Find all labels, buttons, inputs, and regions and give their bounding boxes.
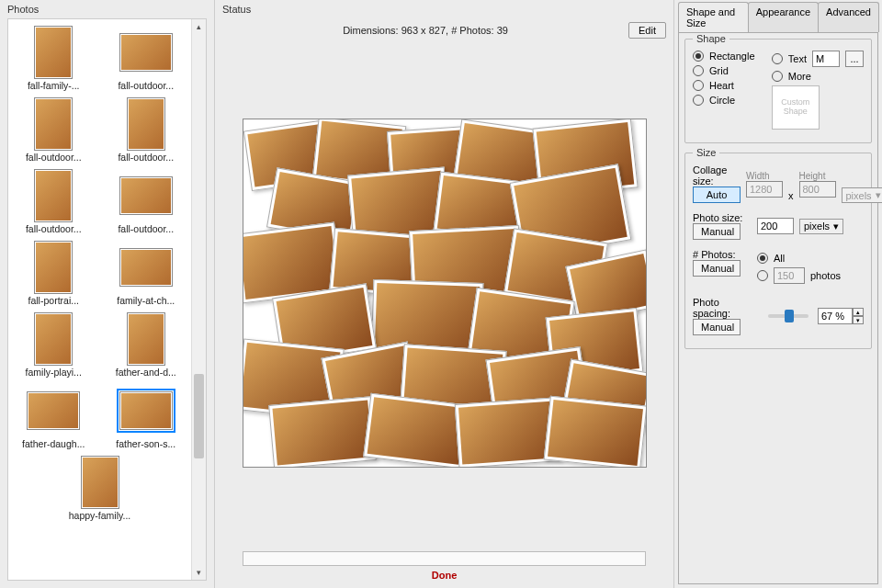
photos-panel: Photos fall-family-...fall-outdoor...fal…	[0, 0, 215, 588]
thumb-caption: father-daugh...	[17, 438, 89, 449]
thumb-image	[119, 96, 174, 152]
radio-grid[interactable]	[693, 65, 704, 76]
photo-count-row: # Photos: Manual All photos	[693, 249, 864, 288]
photo-size-input[interactable]	[757, 218, 794, 234]
photo-spacing-value[interactable]	[818, 308, 853, 324]
scroll-track[interactable]	[192, 34, 206, 565]
thumb-caption: fall-outdoor...	[110, 80, 182, 91]
radio-text[interactable]	[772, 53, 783, 64]
thumb-caption: father-and-d...	[110, 367, 182, 378]
radio-more[interactable]	[772, 71, 783, 82]
shape-circle-row[interactable]: Circle	[693, 95, 763, 106]
thumb-image	[119, 311, 174, 367]
collage-tile[interactable]	[363, 393, 469, 468]
shape-text-input[interactable]	[812, 51, 840, 67]
tab-appearance[interactable]: Appearance	[748, 2, 819, 32]
photo-thumb[interactable]: fall-outdoor...	[17, 168, 89, 234]
photo-count-label: # Photos:	[693, 249, 752, 260]
thumb-image	[119, 25, 174, 80]
photo-spacing-spinner[interactable]: ▴▾	[818, 308, 864, 324]
photo-thumb[interactable]: fall-outdoor...	[110, 96, 182, 163]
collage-tile[interactable]	[268, 396, 377, 468]
collage-size-label: Collage size:	[693, 164, 741, 187]
edit-button[interactable]: Edit	[628, 22, 666, 39]
photo-thumb[interactable]: father-and-d...	[110, 311, 182, 378]
photo-thumb[interactable]: father-daugh...	[17, 383, 89, 449]
thumb-image	[26, 383, 81, 438]
scroll-thumb[interactable]	[194, 374, 204, 458]
dimensions-readout: Dimensions: 963 x 827, # Photos: 39	[222, 25, 628, 36]
photo-spacing-slider[interactable]	[768, 314, 808, 318]
spin-down-icon[interactable]: ▾	[853, 316, 864, 324]
scroll-up-icon[interactable]: ▴	[192, 19, 206, 34]
radio-rectangle[interactable]	[693, 51, 704, 62]
progress-row: Done	[215, 544, 673, 588]
photo-thumb[interactable]: happy-family...	[64, 455, 136, 521]
shape-text-row[interactable]: Text ...	[772, 51, 864, 67]
shape-text-browse-button[interactable]: ...	[845, 51, 864, 67]
photo-thumb[interactable]: fall-outdoor...	[110, 168, 182, 234]
photos-scrollbar[interactable]: ▴ ▾	[191, 19, 206, 580]
shape-legend: Shape	[693, 33, 729, 44]
photo-thumb[interactable]: fall-outdoor...	[110, 25, 182, 91]
photo-size-row: Photo size: Manual pixels▾	[693, 212, 864, 240]
photo-count-mode-button[interactable]: Manual	[693, 260, 741, 277]
photo-thumb[interactable]: family-at-ch...	[110, 240, 182, 306]
collage-size-mode-button[interactable]: Auto	[693, 187, 741, 203]
photo-thumb[interactable]: fall-family-...	[17, 25, 89, 91]
label-circle: Circle	[709, 95, 735, 106]
collage-canvas-area	[215, 42, 673, 544]
photo-size-mode-button[interactable]: Manual	[693, 223, 741, 240]
thumb-image	[26, 240, 81, 295]
status-bar: Dimensions: 963 x 827, # Photos: 39 Edit	[215, 18, 673, 42]
label-heart: Heart	[709, 80, 734, 91]
thumb-image	[26, 96, 81, 152]
radio-circle[interactable]	[693, 95, 704, 106]
photo-thumb[interactable]: family-playi...	[17, 311, 89, 378]
spin-up-icon[interactable]: ▴	[853, 308, 864, 316]
thumb-caption: fall-family-...	[17, 80, 89, 91]
collage-preview[interactable]	[243, 119, 647, 468]
shape-more-row[interactable]: More	[772, 71, 864, 82]
tab-advanced[interactable]: Advanced	[818, 2, 879, 32]
width-label: Width	[746, 171, 783, 181]
shape-heart-row[interactable]: Heart	[693, 80, 763, 91]
count-number-row[interactable]: photos	[757, 267, 841, 284]
shape-grid-row[interactable]: Grid	[693, 65, 763, 76]
photo-spacing-mode-button[interactable]: Manual	[693, 319, 741, 335]
collage-size-row: Collage size: Auto Width x Height pixels…	[693, 164, 864, 203]
photo-thumb[interactable]: fall-outdoor...	[17, 96, 89, 163]
count-all-row[interactable]: All	[757, 253, 841, 264]
photo-spacing-row: Photo spacing: Manual ▴▾	[693, 297, 864, 335]
thumb-caption: family-playi...	[17, 367, 89, 378]
label-grid: Grid	[709, 65, 729, 76]
radio-count-all[interactable]	[757, 253, 768, 264]
thumb-image	[26, 311, 81, 367]
custom-shape-well[interactable]: Custom Shape	[772, 85, 820, 130]
radio-heart[interactable]	[693, 80, 704, 91]
thumb-caption: fall-outdoor...	[110, 152, 182, 163]
scroll-down-icon[interactable]: ▾	[192, 565, 206, 580]
tab-shape-size[interactable]: Shape and Size	[678, 2, 749, 32]
thumb-caption: father-son-s...	[110, 438, 182, 449]
slider-knob[interactable]	[785, 310, 794, 322]
settings-tabs: Shape and Size Appearance Advanced	[678, 2, 878, 32]
collage-height-input	[799, 181, 836, 198]
done-label: Done	[222, 570, 666, 581]
chevron-down-icon: ▾	[876, 189, 881, 201]
thumb-caption: happy-family...	[64, 510, 136, 521]
collage-tile[interactable]	[543, 396, 646, 468]
x-separator: x	[788, 190, 794, 203]
photo-spacing-label: Photo spacing:	[693, 297, 759, 319]
photo-thumb[interactable]: fall-portrai...	[17, 240, 89, 306]
radio-count-number[interactable]	[757, 270, 768, 281]
photos-title: Photos	[0, 0, 214, 18]
thumb-image	[119, 168, 174, 223]
label-more: More	[788, 71, 811, 82]
photo-thumb[interactable]: father-son-s...	[110, 383, 182, 449]
status-title: Status	[215, 0, 673, 18]
thumb-image	[119, 240, 174, 295]
photo-unit-select[interactable]: pixels▾	[799, 219, 843, 234]
shape-rectangle-row[interactable]: Rectangle	[693, 51, 763, 62]
tab-body: Shape Rectangle Grid Heart Circle Text .…	[678, 32, 878, 584]
